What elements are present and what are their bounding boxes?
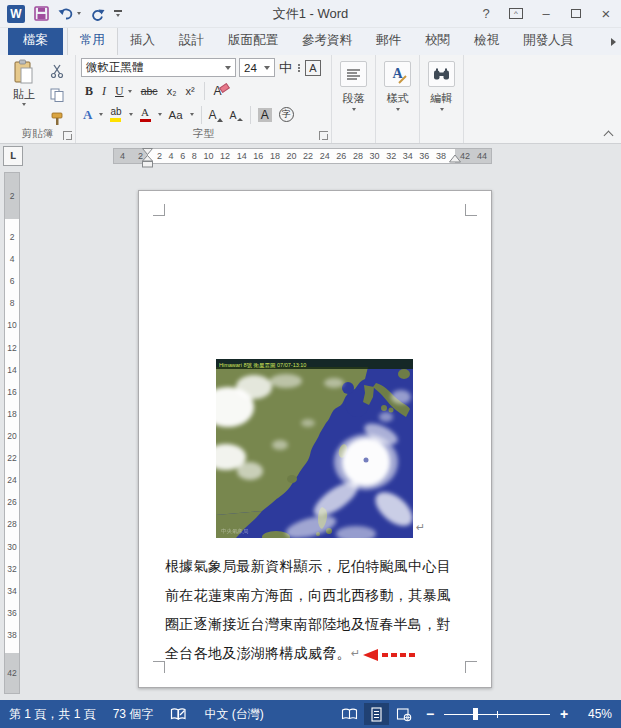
ribbon-display-options-button[interactable]: ^ xyxy=(501,0,531,27)
text-line-content[interactable]: 全台各地及澎湖將構成威脅。 xyxy=(165,639,351,668)
phonetic-guide-button[interactable]: 中 xyxy=(279,59,301,77)
clipboard-dialog-launcher[interactable] xyxy=(63,131,72,140)
collapse-ribbon-button[interactable] xyxy=(604,131,614,141)
styles-button[interactable]: A xyxy=(384,61,411,87)
read-mode-button[interactable] xyxy=(337,703,362,725)
font-name-dropdown-icon[interactable] xyxy=(225,66,231,70)
strikethrough-button[interactable]: abc xyxy=(141,85,158,97)
font-dialog-launcher[interactable] xyxy=(319,131,328,140)
body-text[interactable]: 根據氣象局最新資料顯示，尼伯特颱風中心目 前在花蓮東南方海面，向西北西移動，其暴… xyxy=(165,552,467,668)
word-logo-icon: W xyxy=(7,5,25,23)
ruler-number: 12 xyxy=(7,343,16,353)
ruler-number: 4 xyxy=(120,151,125,161)
tab-file[interactable]: 檔案 xyxy=(8,27,63,55)
zoom-level[interactable]: 45% xyxy=(576,707,612,721)
left-indent-marker xyxy=(143,162,153,168)
margin-crop-mark xyxy=(153,204,165,216)
paragraph-dropdown-icon[interactable] xyxy=(352,108,356,111)
text-effects-dropdown-icon[interactable] xyxy=(99,113,103,116)
tab-references[interactable]: 參考資料 xyxy=(290,27,364,55)
tab-view[interactable]: 檢視 xyxy=(462,27,511,55)
bold-button[interactable]: B xyxy=(85,84,93,99)
character-border-button[interactable]: A xyxy=(305,60,321,76)
word-count[interactable]: 73 個字 xyxy=(113,706,154,723)
undo-dropdown-icon[interactable] xyxy=(77,12,81,15)
zoom-in-button[interactable]: + xyxy=(556,706,572,722)
tab-design[interactable]: 設計 xyxy=(167,27,216,55)
help-button[interactable]: ? xyxy=(471,0,501,27)
text-line[interactable]: 前在花蓮東南方海面，向西北西移動，其暴風 xyxy=(165,581,467,610)
satellite-weather-image[interactable]: Himawari 8號 衛星雲圖 07/07-13:10 中央氣象局 xyxy=(216,359,413,538)
font-size-dropdown-icon[interactable] xyxy=(264,66,270,70)
text-line[interactable]: 全台各地及澎湖將構成威脅。 ↵ xyxy=(165,639,467,668)
editing-button[interactable] xyxy=(428,61,455,87)
italic-button[interactable]: I xyxy=(102,84,106,99)
language-indicator[interactable]: 中文 (台灣) xyxy=(204,706,263,723)
cut-button[interactable] xyxy=(46,61,68,81)
font-color-dropdown-icon[interactable] xyxy=(158,113,162,116)
ruler-number: 20 xyxy=(286,151,296,161)
font-color-button[interactable]: A xyxy=(140,107,151,123)
grow-font-button[interactable]: A xyxy=(209,108,223,122)
tab-scroll-arrow-icon[interactable] xyxy=(611,38,616,46)
superscript-button[interactable]: x² xyxy=(185,85,194,97)
format-painter-button[interactable] xyxy=(46,109,68,129)
zoom-slider-thumb[interactable] xyxy=(473,708,478,720)
ruler-number: 6 xyxy=(10,276,15,286)
zoom-out-button[interactable]: − xyxy=(422,706,438,722)
typhoon-eye xyxy=(364,458,369,463)
clear-formatting-button[interactable]: A xyxy=(214,84,222,98)
print-layout-button[interactable] xyxy=(364,703,389,725)
editing-dropdown-icon[interactable] xyxy=(440,108,444,111)
document-page[interactable]: Himawari 8號 衛星雲圖 07/07-13:10 中央氣象局 ↵ 根據氣… xyxy=(138,190,492,688)
styles-dropdown-icon[interactable] xyxy=(396,108,400,111)
underline-button[interactable]: U xyxy=(115,84,124,99)
zoom-slider[interactable] xyxy=(444,708,550,720)
change-case-button[interactable]: Aa xyxy=(169,109,183,121)
tab-home[interactable]: 常用 xyxy=(67,26,118,55)
save-button[interactable] xyxy=(34,6,49,21)
underline-dropdown-icon[interactable] xyxy=(128,90,132,93)
paste-dropdown-icon[interactable] xyxy=(22,103,26,106)
tab-stop-selector[interactable]: L xyxy=(3,146,23,166)
tab-review[interactable]: 校閱 xyxy=(413,27,462,55)
undo-button[interactable] xyxy=(58,7,81,21)
ruler-number: 18 xyxy=(7,409,16,419)
right-indent-marker[interactable] xyxy=(448,154,462,163)
change-case-dropdown-icon[interactable] xyxy=(190,113,194,116)
ruler-number: 4 xyxy=(10,254,15,264)
web-layout-button[interactable] xyxy=(391,703,416,725)
tab-developer[interactable]: 開發人員 xyxy=(511,27,585,55)
ruler-number: 10 xyxy=(7,320,16,330)
customize-qat-button[interactable] xyxy=(114,10,122,17)
page-indicator[interactable]: 第 1 頁，共 1 頁 xyxy=(9,706,96,723)
minimize-button[interactable]: – xyxy=(531,0,561,27)
character-shading-button[interactable]: A xyxy=(258,108,272,122)
ruler-number: 42 xyxy=(7,668,16,678)
font-size-combobox[interactable]: 24 xyxy=(239,58,275,77)
ribbon-tab-row: 檔案 常用 插入 設計 版面配置 參考資料 郵件 校閱 檢視 開發人員 xyxy=(0,28,621,55)
vruler-text-area: 2468101214161820222426283032343638 xyxy=(5,219,19,653)
close-button[interactable]: × xyxy=(591,0,621,27)
indent-markers[interactable] xyxy=(140,146,155,168)
text-effects-button[interactable]: A xyxy=(83,108,92,121)
first-line-indent-marker xyxy=(143,149,153,155)
redo-button[interactable] xyxy=(90,7,105,21)
highlight-dropdown-icon[interactable] xyxy=(129,113,133,116)
paragraph-button[interactable] xyxy=(340,61,367,87)
subscript-button[interactable]: x₂ xyxy=(167,85,177,97)
text-line[interactable]: 根據氣象局最新資料顯示，尼伯特颱風中心目 xyxy=(165,552,467,581)
proofing-button[interactable] xyxy=(170,707,187,722)
tab-insert[interactable]: 插入 xyxy=(118,27,167,55)
enclose-characters-button[interactable]: 字 xyxy=(279,107,294,122)
tab-layout[interactable]: 版面配置 xyxy=(216,27,290,55)
tab-mailings[interactable]: 郵件 xyxy=(364,27,413,55)
maximize-button[interactable] xyxy=(561,0,591,27)
ruler-number: 30 xyxy=(370,151,380,161)
highlight-button[interactable]: ab xyxy=(110,107,121,122)
text-line[interactable]: 圈正逐漸接近台灣東南部陸地及恆春半島，對 xyxy=(165,610,467,639)
shrink-font-button[interactable]: A xyxy=(230,109,243,121)
copy-button[interactable] xyxy=(46,85,68,105)
font-name-combobox[interactable]: 微軟正黑體 xyxy=(81,58,236,77)
binoculars-icon xyxy=(433,68,450,81)
